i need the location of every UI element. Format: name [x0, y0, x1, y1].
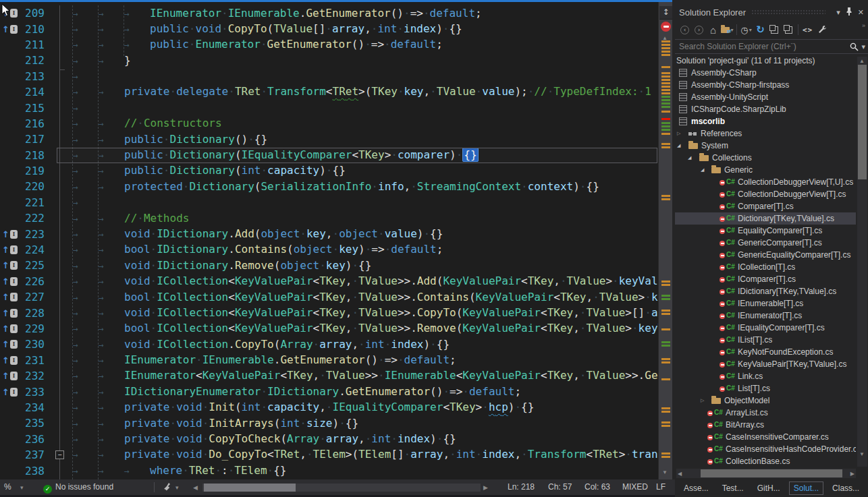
search-options-dropdown-icon[interactable]: ▾	[861, 42, 865, 51]
tree-item-ienumerator-t-cs[interactable]: C#IEnumerator[T].cs	[675, 310, 856, 322]
override-indicator-icon[interactable]: ↑	[2, 277, 9, 286]
scroll-up-arrow-icon[interactable]: ▲	[859, 58, 865, 64]
tree-item-system[interactable]: ◢System	[675, 140, 856, 152]
home-icon[interactable]: ⌂	[706, 23, 720, 36]
code-text[interactable]: →→private·void·CopyToCheck(Array·array,·…	[66, 431, 658, 447]
solution-explorer-titlebar[interactable]: Solution Explorer ▾ ✕	[675, 4, 868, 20]
line-number[interactable]: 214	[18, 86, 51, 98]
forward-icon[interactable]: ›	[692, 23, 706, 36]
scroll-down-arrow-icon[interactable]: ▼	[859, 451, 865, 457]
code-text[interactable]: →→//·Methods	[66, 210, 658, 227]
expander-collapsed-icon[interactable]: ▷	[701, 398, 704, 403]
code-line[interactable]: 212→→}	[0, 53, 658, 68]
override-indicator-icon[interactable]: ↑	[2, 356, 9, 365]
tree-vertical-scrollbar[interactable]: ▲ ▼	[857, 57, 867, 467]
solution-explorer-search[interactable]: Search Solution Explorer (Ctrl+¨) ▾	[675, 39, 868, 54]
code-line[interactable]: 238→→→where·TRet·:·TElem·{}	[0, 463, 658, 478]
code-line[interactable]: ↑I229→→bool·ICollection<KeyValuePair<TKe…	[0, 321, 658, 337]
glyph-margin[interactable]	[0, 447, 18, 463]
code-line[interactable]: 211→→→public·Enumerator·GetEnumerator()·…	[0, 37, 658, 53]
glyph-margin[interactable]	[0, 37, 18, 53]
glyph-margin[interactable]: ↑I	[0, 337, 18, 352]
tree-item-ilist-t-cs[interactable]: C#IList[T].cs	[675, 334, 856, 346]
code-line[interactable]: 219→→public·Dictionary(int·capacity)·{}	[0, 163, 658, 179]
code-line[interactable]: ↑I227→→bool·ICollection<KeyValuePair<TKe…	[0, 289, 658, 305]
expander-open-icon[interactable]: ◢	[701, 167, 704, 173]
expander-collapsed-icon[interactable]: ▷	[677, 131, 680, 136]
line-number[interactable]: 226	[18, 275, 51, 288]
glyph-margin[interactable]: ↑I	[0, 289, 18, 305]
line-number[interactable]: 218	[18, 149, 51, 162]
code-text[interactable]: →→//·Constructors	[66, 115, 658, 131]
glyph-margin[interactable]	[0, 69, 18, 84]
line-number[interactable]: 232	[18, 370, 51, 382]
tree-item-mscorlib[interactable]: mscorlib	[675, 115, 856, 127]
panel-tab-solut[interactable]: Solut...	[789, 481, 823, 495]
glyph-margin[interactable]	[0, 179, 18, 194]
code-line[interactable]: ↑I225→→void·IDictionary.Remove(object·ke…	[0, 258, 658, 273]
code-text[interactable]: →→}	[66, 53, 658, 69]
tree-item-icollection-t-cs[interactable]: C#ICollection[T].cs	[675, 261, 856, 273]
override-indicator-icon[interactable]: ↑	[2, 340, 9, 349]
code-line[interactable]: 237→→private·void·Do_CopyTo<TRet,·TElem>…	[0, 447, 658, 463]
editor-horizontal-scrollbar[interactable]	[202, 484, 481, 492]
code-line[interactable]: 218→→public·Dictionary(IEqualityComparer…	[0, 148, 658, 163]
tree-item-icomparer-t-cs[interactable]: C#IComparer[T].cs	[675, 273, 856, 285]
tree-item-comparer-t-cs[interactable]: C#Comparer[T].cs	[675, 200, 856, 212]
line-number[interactable]: 235	[18, 417, 51, 430]
line-number[interactable]: 210	[18, 23, 51, 36]
code-text[interactable]: →	[66, 194, 658, 210]
glyph-margin[interactable]: ↑I	[0, 384, 18, 399]
line-number[interactable]: 228	[18, 307, 51, 320]
code-line[interactable]: 235→→private·void·InitArrays(int·size)·{…	[0, 415, 658, 431]
search-input[interactable]: Search Solution Explorer (Ctrl+¨)	[675, 42, 850, 51]
line-number[interactable]: 215	[18, 102, 51, 115]
tree-item-references[interactable]: ▷References	[675, 127, 856, 140]
tree-item-keynotfoundexception-cs[interactable]: C#KeyNotFoundException.cs	[675, 346, 856, 358]
glyph-margin[interactable]	[0, 148, 18, 163]
line-number[interactable]: 220	[18, 180, 51, 193]
glyph-margin[interactable]: ↑I	[0, 21, 18, 36]
code-text[interactable]: →→IEnumerator<KeyValuePair<TKey,·TValue>…	[66, 368, 658, 384]
code-text[interactable]: →→void·ICollection<KeyValuePair<TKey,·TV…	[66, 305, 658, 321]
cleanup-broom-icon[interactable]	[163, 482, 173, 494]
hscroll-left-arrow-icon[interactable]: ◀	[193, 484, 198, 491]
interface-member-badge-icon[interactable]: I	[10, 230, 18, 239]
code-line[interactable]: 217→→public·Dictionary()·{}	[0, 131, 658, 147]
code-line[interactable]: ↑I223→→void·IDictionary.Add(object·key,·…	[0, 226, 658, 241]
tree-item-assembly-csharp-firstpass[interactable]: Assembly-CSharp-firstpass	[675, 79, 856, 91]
expander-open-icon[interactable]: ◢	[677, 143, 680, 148]
override-indicator-icon[interactable]: ↑	[2, 293, 9, 301]
editor-vertical-scrollbar[interactable]: ↕ ▲ ▼	[658, 2, 672, 479]
sync-with-active-document-icon[interactable]	[767, 23, 782, 36]
glyph-margin[interactable]	[0, 163, 18, 179]
glyph-margin[interactable]	[0, 100, 18, 115]
pin-icon[interactable]	[846, 7, 852, 17]
interface-member-badge-icon[interactable]: I	[10, 324, 18, 333]
interface-member-badge-icon[interactable]: I	[10, 372, 18, 380]
cleanup-dropdown-icon[interactable]: ▾	[175, 484, 179, 491]
line-number[interactable]: 230	[18, 338, 51, 351]
tree-item-link-cs[interactable]: C#Link.cs	[675, 370, 856, 382]
line-number[interactable]: 234	[18, 401, 51, 414]
tree-item-bitarray-cs[interactable]: C#BitArray.cs	[675, 419, 856, 431]
tree-item-icsharpcode-sharpziplib[interactable]: ICSharpCode.SharpZipLib	[675, 103, 856, 115]
collapse-all-icon[interactable]	[782, 23, 796, 36]
zoom-level-dropdown[interactable]: %	[4, 482, 11, 492]
glyph-margin[interactable]	[0, 400, 18, 415]
glyph-margin[interactable]: ↑I	[0, 242, 18, 258]
tree-horizontal-scrollbar[interactable]: ◀ ▶	[676, 469, 856, 478]
line-indicator[interactable]: Ln: 218	[508, 482, 535, 492]
override-indicator-icon[interactable]: ↑	[2, 372, 9, 380]
code-text[interactable]: →→void·IDictionary.Remove(object·key)·{}	[66, 258, 658, 274]
tree-item-solution-project-gui-11-of-11-projects-[interactable]: Solution 'project-gui' (11 of 11 project…	[675, 55, 856, 67]
properties-wrench-icon[interactable]	[815, 23, 829, 36]
code-text[interactable]: →→private·void·InitArrays(int·size)·{}	[66, 415, 658, 432]
line-ending-indicator[interactable]: LF	[656, 482, 666, 492]
scroll-left-arrow-icon[interactable]: ◀	[678, 471, 682, 477]
code-line[interactable]: ↑I224→→bool·IDictionary.Contains(object·…	[0, 242, 658, 258]
glyph-margin[interactable]	[0, 432, 18, 447]
search-icon[interactable]	[850, 42, 859, 51]
line-number[interactable]: 212	[18, 54, 51, 67]
tree-item-assembly-csharp[interactable]: Assembly-CSharp	[675, 67, 856, 79]
